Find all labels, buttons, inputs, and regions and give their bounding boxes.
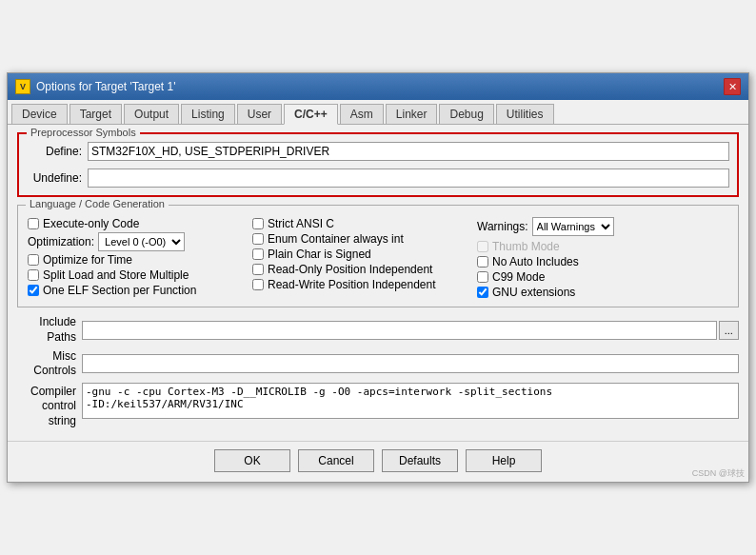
optimize-time-row: Optimize for Time (28, 253, 247, 267)
help-button[interactable]: Help (466, 449, 542, 472)
ro-pos-row: Read-Only Position Independent (252, 263, 471, 276)
tab-listing[interactable]: Listing (181, 104, 235, 124)
include-browse-button[interactable]: ... (719, 321, 739, 340)
tab-asm[interactable]: Asm (340, 104, 384, 124)
tab-debug[interactable]: Debug (439, 104, 493, 124)
one-elf-row: One ELF Section per Function (28, 284, 247, 297)
one-elf-label: One ELF Section per Function (43, 284, 196, 297)
execute-only-label: Execute-only Code (43, 217, 139, 230)
watermark: CSDN @球技 (692, 467, 745, 480)
split-load-row: Split Load and Store Multiple (28, 268, 247, 282)
defaults-button[interactable]: Defaults (382, 449, 458, 472)
gnu-extensions-label: GNU extensions (492, 286, 575, 299)
no-auto-includes-row: No Auto Includes (477, 255, 728, 268)
gnu-extensions-row: GNU extensions (477, 286, 728, 299)
warnings-label: Warnings: (477, 220, 528, 233)
button-bar: OK Cancel Defaults Help CSDN @球技 (8, 441, 748, 482)
define-row: Define: (27, 142, 729, 161)
enum-container-checkbox[interactable] (252, 233, 264, 245)
warnings-select[interactable]: All Warnings No Warnings Unspecified (532, 217, 614, 236)
preprocessor-legend: Preprocessor Symbols (27, 127, 140, 138)
thumb-mode-checkbox (477, 241, 488, 252)
one-elf-checkbox[interactable] (28, 285, 39, 296)
tab-target[interactable]: Target (70, 104, 122, 124)
misc-controls-input[interactable] (82, 354, 739, 373)
warnings-row: Warnings: All Warnings No Warnings Unspe… (477, 217, 728, 236)
app-icon: V (15, 79, 30, 94)
strict-ansi-label: Strict ANSI C (268, 217, 334, 230)
close-button[interactable]: ✕ (724, 78, 741, 95)
thumb-mode-row: Thumb Mode (477, 240, 728, 253)
cancel-button[interactable]: Cancel (298, 449, 374, 472)
optimize-time-checkbox[interactable] (28, 254, 39, 266)
strict-ansi-row: Strict ANSI C (252, 217, 471, 230)
undefine-input[interactable] (88, 168, 729, 188)
rw-pos-row: Read-Write Position Independent (252, 278, 471, 291)
split-load-label: Split Load and Store Multiple (43, 268, 189, 282)
enum-container-label: Enum Container always int (268, 232, 404, 246)
undefine-row: Undefine: (27, 168, 729, 188)
strict-ansi-checkbox[interactable] (252, 218, 264, 229)
ro-pos-label: Read-Only Position Independent (268, 263, 432, 276)
define-input[interactable] (88, 142, 729, 161)
language-legend: Language / Code Generation (26, 198, 169, 209)
misc-controls-label: Misc Controls (17, 349, 82, 379)
tab-bar: Device Target Output Listing User C/C++ … (8, 100, 748, 125)
tab-output[interactable]: Output (124, 104, 179, 124)
misc-controls-row: Misc Controls (17, 349, 739, 379)
optimization-select[interactable]: Level 0 (-O0) Level 1 (-O1) Level 2 (-O2… (98, 232, 185, 251)
no-auto-includes-label: No Auto Includes (492, 255, 579, 268)
c99-mode-checkbox[interactable] (477, 271, 488, 283)
include-paths-label: Include Paths (17, 315, 82, 345)
c99-mode-row: C99 Mode (477, 270, 728, 284)
compiler-control-content: -gnu -c -cpu Cortex-M3 -D__MICROLIB -g -… (82, 383, 739, 422)
title-bar-left: V Options for Target 'Target 1' (15, 79, 175, 94)
optim-label: Optimization: (28, 235, 94, 248)
optimize-time-label: Optimize for Time (43, 253, 132, 267)
define-label: Define: (27, 145, 82, 158)
plain-char-checkbox[interactable] (252, 248, 264, 260)
include-paths-input[interactable] (82, 321, 717, 340)
thumb-mode-label: Thumb Mode (492, 240, 560, 253)
compiler-control-input[interactable]: -gnu -c -cpu Cortex-M3 -D__MICROLIB -g -… (82, 383, 739, 419)
tab-cpp[interactable]: C/C++ (284, 104, 338, 125)
optimization-row: Optimization: Level 0 (-O0) Level 1 (-O1… (28, 232, 247, 251)
language-group: Language / Code Generation Execute-only … (17, 205, 739, 307)
main-dialog: V Options for Target 'Target 1' ✕ Device… (7, 72, 749, 482)
dialog-title: Options for Target 'Target 1' (36, 80, 175, 93)
gnu-extensions-checkbox[interactable] (477, 287, 488, 298)
misc-controls-content (82, 354, 739, 373)
language-col1: Execute-only Code Optimization: Level 0 … (28, 217, 247, 299)
execute-only-checkbox[interactable] (28, 218, 39, 229)
include-paths-content: ... (82, 321, 739, 340)
split-load-checkbox[interactable] (28, 269, 39, 281)
compiler-control-row: Compiler control string -gnu -c -cpu Cor… (17, 383, 739, 429)
tab-user[interactable]: User (237, 104, 282, 124)
tab-utilities[interactable]: Utilities (496, 104, 554, 124)
include-paths-row: Include Paths ... (17, 315, 739, 345)
tab-device[interactable]: Device (11, 104, 68, 124)
compiler-control-label: Compiler control string (17, 383, 82, 429)
tab-content: Preprocessor Symbols Define: Undefine: L… (8, 125, 748, 440)
undefine-label: Undefine: (27, 171, 82, 185)
tab-linker[interactable]: Linker (386, 104, 438, 124)
ro-pos-checkbox[interactable] (252, 264, 264, 275)
c99-mode-label: C99 Mode (492, 270, 545, 284)
preprocessor-group: Preprocessor Symbols Define: Undefine: (17, 132, 739, 197)
enum-container-row: Enum Container always int (252, 232, 471, 246)
language-col3: Warnings: All Warnings No Warnings Unspe… (477, 217, 728, 299)
title-bar: V Options for Target 'Target 1' ✕ (8, 73, 748, 100)
language-grid: Execute-only Code Optimization: Level 0 … (28, 217, 728, 299)
language-col2: Strict ANSI C Enum Container always int … (252, 217, 471, 299)
rw-pos-label: Read-Write Position Independent (268, 278, 436, 291)
execute-only-row: Execute-only Code (28, 217, 247, 230)
plain-char-label: Plain Char is Signed (268, 248, 371, 261)
plain-char-row: Plain Char is Signed (252, 248, 471, 261)
ok-button[interactable]: OK (214, 449, 290, 472)
rw-pos-checkbox[interactable] (252, 279, 264, 290)
no-auto-includes-checkbox[interactable] (477, 256, 488, 268)
